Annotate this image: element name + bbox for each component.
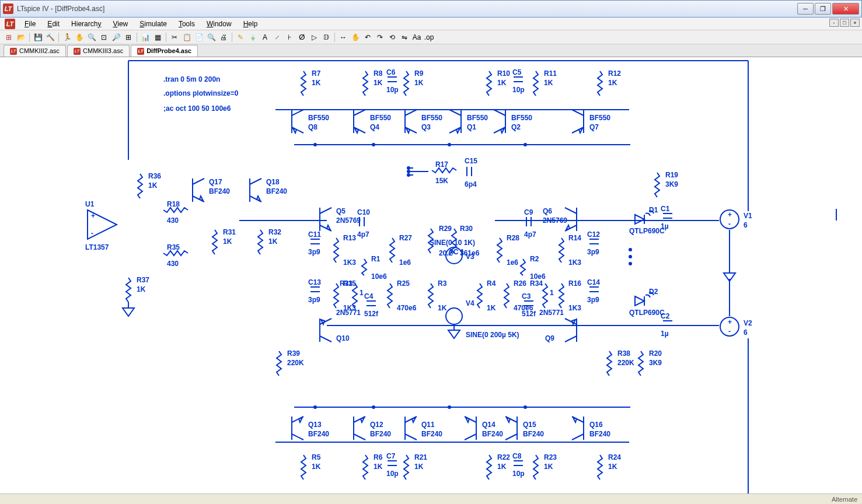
spice-directive-icon[interactable]: .op (424, 32, 434, 43)
svg-text:3p9: 3p9 (587, 248, 599, 256)
tab-cmmkiii3[interactable]: LTCMMKIII3.asc (67, 45, 130, 57)
svg-text:1K: 1K (438, 304, 447, 312)
menu-edit[interactable]: Edit (43, 19, 64, 29)
svg-text:R29: R29 (439, 225, 452, 233)
mirror-icon[interactable]: ⇋ (399, 32, 410, 43)
svg-text:+: + (91, 212, 95, 220)
menu-window[interactable]: Window (202, 19, 236, 29)
svg-text:6p4: 6p4 (465, 180, 477, 188)
svg-text:BF550: BF550 (421, 114, 442, 122)
cut-icon[interactable]: ✂ (169, 32, 180, 43)
spice-directive[interactable]: .options plotwinsize=0 (163, 89, 239, 97)
find-icon[interactable]: 🔍 (206, 32, 217, 43)
svg-text:1K: 1K (268, 237, 278, 246)
svg-text:1e6: 1e6 (507, 258, 518, 267)
tab-label: CMMKIII2.asc (19, 46, 60, 57)
svg-text:Q14: Q14 (482, 421, 495, 429)
zoom-fit-icon[interactable]: ⊞ (123, 32, 134, 43)
svg-text:Q4: Q4 (370, 123, 379, 131)
tab-diffprobe4[interactable]: LTDiffProbe4.asc (131, 45, 198, 57)
wire-icon[interactable]: ✎ (235, 32, 246, 43)
svg-text:Q7: Q7 (589, 123, 599, 131)
control-panel-icon[interactable]: 🔨 (45, 32, 55, 43)
svg-text:R24: R24 (608, 453, 621, 461)
svg-text:LT1357: LT1357 (85, 243, 109, 251)
svg-text:10p: 10p (512, 86, 525, 94)
svg-text:1K: 1K (374, 463, 383, 471)
copy-icon[interactable]: 📋 (182, 32, 192, 43)
rotate-icon[interactable]: ⟲ (387, 32, 397, 43)
svg-text:BF240: BF240 (421, 430, 442, 438)
zoom-in-icon[interactable]: 🔍 (86, 32, 97, 43)
mdi-close-button[interactable]: × (850, 19, 860, 27)
capacitor-icon[interactable]: ⊦ (284, 32, 295, 43)
menu-tools[interactable]: Tools (174, 19, 200, 29)
zoom-out-icon[interactable]: 🔎 (111, 32, 121, 43)
svg-text:BF550: BF550 (370, 114, 391, 122)
ground-icon[interactable]: ⏚ (247, 32, 258, 43)
svg-text:3K9: 3K9 (649, 359, 662, 367)
svg-point-175 (313, 143, 317, 146)
svg-text:AC 1: AC 1 (448, 248, 465, 256)
svg-text:1K: 1K (137, 285, 146, 293)
svg-text:1: 1 (360, 289, 364, 297)
spice-directive[interactable]: ;ac oct 100 50 100e6 (163, 104, 231, 113)
inductor-icon[interactable]: ⵁ (296, 32, 307, 43)
menu-hierarchy[interactable]: Hierarchy (67, 19, 106, 29)
svg-text:15K: 15K (435, 177, 448, 185)
text-icon[interactable]: Aa (411, 32, 422, 43)
print-icon[interactable]: 🖨 (218, 32, 229, 43)
mdi-restore-button[interactable]: □ (840, 19, 849, 27)
svg-text:3p9: 3p9 (308, 248, 320, 256)
autorange-icon[interactable]: 📊 (140, 32, 151, 43)
halt-icon[interactable]: ✋ (74, 32, 85, 43)
svg-text:R4: R4 (487, 279, 496, 288)
svg-text:6: 6 (744, 221, 748, 229)
save-icon[interactable]: 💾 (33, 32, 43, 43)
label-icon[interactable]: A (260, 32, 270, 43)
redo-icon[interactable]: ↷ (375, 32, 385, 43)
close-button[interactable]: ✕ (832, 3, 859, 15)
svg-text:1K: 1K (148, 181, 158, 190)
spice-directive[interactable]: .tran 0 5m 0 200n (163, 75, 220, 83)
tile-icon[interactable]: ▦ (152, 32, 163, 43)
svg-text:Q9: Q9 (545, 334, 554, 342)
run-icon[interactable]: 🏃 (62, 32, 72, 43)
diode-icon[interactable]: ▷ (309, 32, 319, 43)
svg-text:SINE(0 10 1K): SINE(0 10 1K) (430, 239, 475, 247)
svg-text:QTLP690C: QTLP690C (629, 227, 665, 235)
drag-icon[interactable]: ✋ (350, 32, 361, 43)
svg-text:10p: 10p (386, 470, 399, 478)
svg-text:Q3: Q3 (421, 123, 431, 131)
component-icon[interactable]: 𝔻 (321, 32, 331, 43)
mdi-minimize-button[interactable]: - (829, 19, 839, 27)
new-schematic-icon[interactable]: ⊞ (4, 32, 14, 43)
svg-text:R30: R30 (460, 225, 473, 233)
maximize-button[interactable]: ❐ (815, 3, 831, 15)
menu-help[interactable]: Help (239, 19, 263, 29)
open-icon[interactable]: 📂 (16, 32, 26, 43)
menu-view[interactable]: View (108, 19, 132, 29)
app-icon-small: LT (5, 19, 15, 29)
move-icon[interactable]: ↔ (338, 32, 348, 43)
svg-text:Q17: Q17 (209, 178, 222, 186)
svg-text:R22: R22 (497, 453, 510, 461)
tab-label: DiffProbe4.asc (146, 46, 191, 57)
resistor-icon[interactable]: ⟋ (272, 32, 282, 43)
pan-icon[interactable]: ⊡ (99, 32, 109, 43)
window-title: LTspice IV - [DiffProbe4.asc] (17, 5, 104, 13)
undo-icon[interactable]: ↶ (362, 32, 373, 43)
minimize-button[interactable]: ─ (797, 3, 814, 15)
svg-text:R18: R18 (167, 200, 180, 208)
toolbar: ⊞ 📂 💾 🔨 🏃 ✋ 🔍 ⊡ 🔎 ⊞ 📊 ▦ ✂ 📋 📄 🔍 🖨 ✎ ⏚ A … (0, 30, 862, 44)
schematic-canvas[interactable]: .tran 0 5m 0 200n .options plotwinsize=0… (0, 57, 862, 494)
svg-text:220K: 220K (617, 359, 634, 367)
menu-simulate[interactable]: Simulate (135, 19, 172, 29)
svg-text:512f: 512f (522, 310, 536, 318)
svg-text:1K: 1K (374, 79, 383, 87)
paste-icon[interactable]: 📄 (194, 32, 204, 43)
svg-text:QTLP690C: QTLP690C (629, 309, 665, 317)
svg-text:6: 6 (744, 328, 748, 337)
menu-file[interactable]: File (20, 19, 40, 29)
tab-cmmkiii2[interactable]: LTCMMKIII2.asc (4, 45, 66, 57)
